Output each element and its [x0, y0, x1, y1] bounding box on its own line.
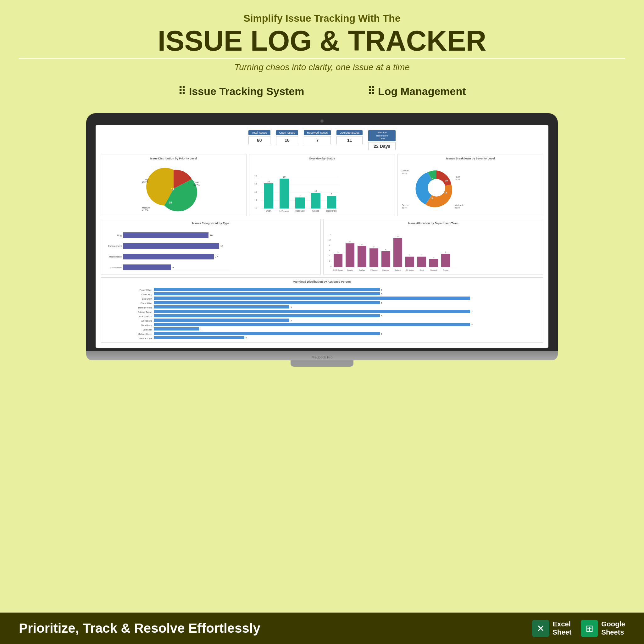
svg-rect-57: [123, 264, 171, 270]
svg-text:12: 12: [329, 234, 331, 236]
svg-text:Hannah White: Hannah White: [138, 307, 152, 309]
svg-text:16.7%: 16.7%: [455, 179, 460, 180]
google-badge: ⊞ GoogleSheets: [581, 620, 625, 637]
svg-text:19: 19: [283, 176, 286, 178]
svg-rect-133: [154, 323, 470, 326]
excel-icon: ✕: [532, 620, 549, 637]
svg-text:9: 9: [349, 241, 351, 243]
status-chart-title: Overview by Status: [252, 157, 392, 160]
svg-text:11: 11: [397, 236, 399, 237]
laptop-stand: [291, 360, 353, 367]
status-bar-svg: 0 5 10 15 20: [252, 162, 340, 212]
svg-rect-96: [417, 257, 426, 267]
svg-text:31.7%: 31.7%: [193, 184, 200, 186]
svg-text:17: 17: [430, 177, 433, 180]
svg-text:Compliance: Compliance: [110, 266, 122, 269]
svg-text:Bug: Bug: [117, 234, 122, 237]
svg-text:IT Support: IT Support: [370, 269, 378, 271]
svg-text:Database: Database: [382, 269, 389, 271]
priority-pie-svg: High 26.7% 16 19 25 Low 31.7% Medium 41.…: [139, 162, 208, 212]
type-chart: Issues Categorized by Type Bug 16 Enhanc…: [101, 219, 321, 275]
laptop-screen-outer: Total Issues 60 Open Issues 16 Resolved …: [86, 113, 558, 351]
svg-text:19: 19: [171, 188, 174, 191]
header-tagline: Turning chaos into clarity, one issue at…: [19, 62, 625, 72]
kpi-open-label: Open Issues: [276, 130, 298, 135]
svg-text:23.3%: 23.3%: [455, 207, 460, 209]
workload-chart: Workload Distribution by Assigned Person…: [101, 277, 543, 343]
svg-text:15: 15: [254, 183, 257, 185]
svg-text:8: 8: [361, 243, 363, 245]
svg-text:10: 10: [254, 191, 257, 193]
laptop-screen-inner: Total Issues 60 Open Issues 16 Resolved …: [96, 125, 548, 348]
features-row: Issue Tracking System Log Management: [19, 79, 625, 104]
dept-bar-svg: 0 2 4 6 8 10 12 5: [326, 227, 458, 271]
svg-text:Fiona Wilson: Fiona Wilson: [140, 289, 153, 291]
charts-middle-row: Issues Categorized by Type Bug 16 Enhanc…: [101, 219, 543, 275]
svg-rect-27: [327, 196, 336, 208]
svg-text:5: 5: [381, 315, 382, 317]
svg-text:Diana Miller: Diana Miller: [141, 302, 153, 304]
svg-text:7: 7: [471, 324, 473, 326]
svg-text:Resolved: Resolved: [295, 210, 304, 212]
svg-text:2: 2: [329, 260, 330, 262]
svg-text:DevOps: DevOps: [359, 269, 365, 271]
bottom-banner: Prioritize, Track & Resolve Effortlessly…: [0, 613, 644, 644]
svg-text:5: 5: [337, 251, 339, 253]
header-section: Simplify Issue Tracking With The ISSUE L…: [0, 0, 644, 110]
svg-text:Reopened: Reopened: [326, 210, 336, 212]
svg-text:14: 14: [430, 197, 433, 200]
svg-text:18: 18: [220, 245, 223, 247]
kpi-avg-resolution: AverageResolutionTime 22 Days: [368, 130, 396, 150]
banner-text: Prioritize, Track & Resolve Effortlessly: [19, 621, 260, 636]
svg-text:5: 5: [445, 251, 446, 253]
svg-text:41.7%: 41.7%: [142, 209, 148, 211]
svg-text:7: 7: [471, 311, 473, 313]
svg-text:Cloud: Cloud: [419, 269, 424, 271]
svg-text:Laura Hill: Laura Hill: [143, 329, 152, 331]
svg-text:0: 0: [330, 265, 332, 267]
svg-rect-118: [154, 301, 380, 304]
svg-text:High: High: [145, 178, 149, 181]
status-chart: Overview by Status 0 5 10 15 20: [249, 154, 395, 216]
svg-text:5: 5: [381, 302, 382, 304]
svg-text:UI/UX Design: UI/UX Design: [333, 269, 343, 271]
excel-badge: ✕ ExcelSheet: [532, 620, 571, 637]
svg-text:Alice Johnson: Alice Johnson: [138, 315, 152, 318]
laptop-wrapper: Total Issues 60 Open Issues 16 Resolved …: [0, 113, 644, 367]
svg-rect-109: [154, 288, 380, 291]
svg-text:In Progress: In Progress: [280, 210, 289, 212]
kpi-avg-value: 22 Days: [368, 142, 396, 150]
svg-text:Enhancement: Enhancement: [108, 245, 122, 247]
svg-text:7: 7: [299, 195, 301, 197]
svg-text:5: 5: [381, 333, 382, 335]
svg-text:16: 16: [144, 189, 147, 192]
svg-text:28.3%: 28.3%: [402, 172, 408, 174]
svg-text:7: 7: [471, 297, 473, 300]
kpi-resolved-value: 7: [304, 136, 331, 144]
priority-chart: Issue Distribution by Priority Level: [101, 154, 247, 216]
svg-rect-51: [123, 243, 219, 249]
svg-text:10: 10: [445, 179, 448, 182]
svg-rect-136: [154, 327, 199, 330]
svg-text:4: 4: [409, 254, 410, 256]
severity-chart-title: Issues Breakdown by Severity Level: [400, 157, 541, 160]
svg-text:0: 0: [256, 207, 257, 209]
svg-text:Critical: Critical: [402, 169, 409, 172]
google-label: GoogleSheets: [601, 620, 625, 637]
svg-rect-82: [369, 248, 378, 267]
kpi-row: Total Issues 60 Open Issues 16 Resolved …: [101, 130, 543, 150]
svg-text:17: 17: [215, 255, 218, 258]
svg-text:16: 16: [210, 234, 213, 237]
svg-text:7: 7: [373, 246, 375, 248]
svg-rect-25: [311, 193, 320, 208]
svg-text:Security: Security: [347, 269, 353, 271]
type-chart-title: Issues Categorized by Type: [103, 222, 318, 225]
svg-text:5: 5: [256, 199, 257, 201]
feature-2: Log Management: [367, 85, 466, 97]
svg-text:Closed: Closed: [312, 210, 319, 212]
excel-label: ExcelSheet: [552, 620, 571, 637]
svg-rect-100: [429, 259, 438, 267]
svg-rect-115: [154, 297, 470, 300]
svg-rect-23: [295, 197, 305, 208]
svg-text:Low: Low: [195, 181, 199, 184]
